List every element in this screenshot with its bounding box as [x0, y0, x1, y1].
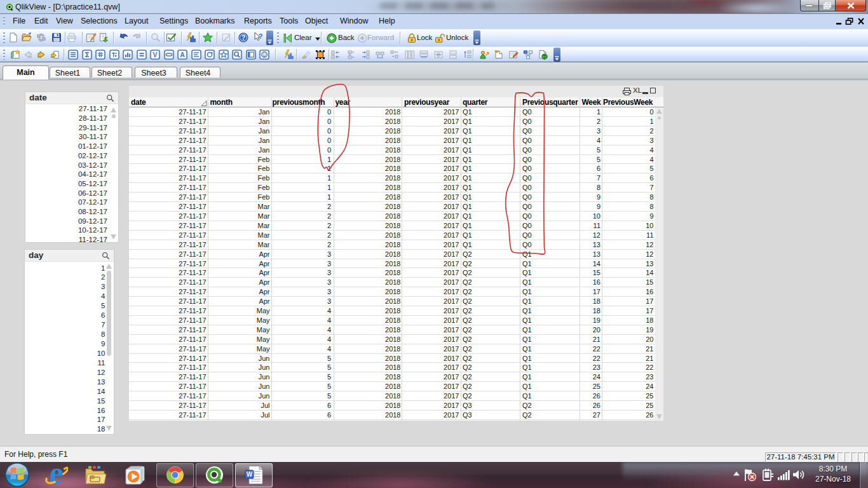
svg-text:?: ?	[241, 34, 245, 41]
svg-text:W: W	[247, 471, 253, 478]
svg-text:V: V	[153, 51, 157, 58]
svg-text:?: ?	[259, 32, 263, 40]
svg-text:A: A	[180, 51, 185, 58]
